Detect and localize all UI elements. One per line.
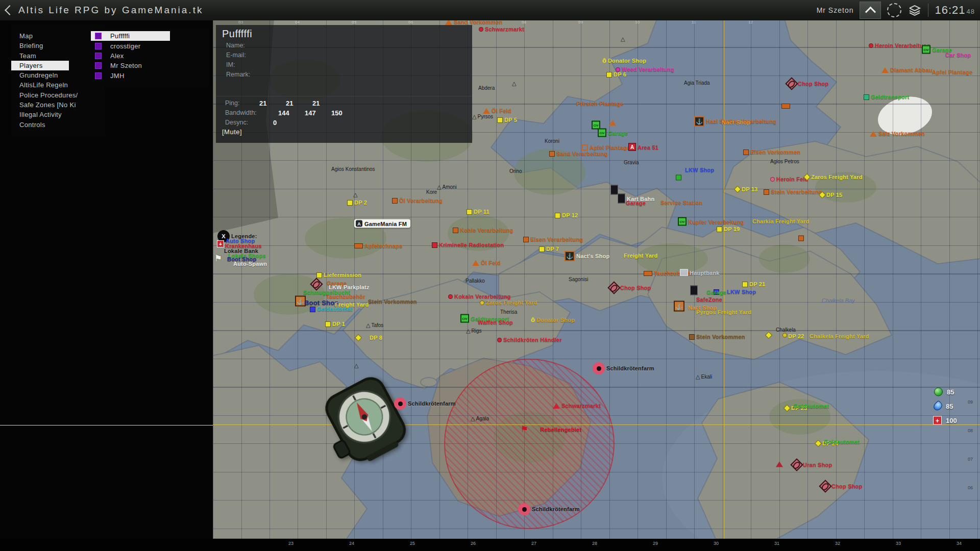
map-marker-kohle-verarbeitung: Kohle Verarbeitung xyxy=(453,227,513,233)
grid-number: 34 xyxy=(957,541,962,546)
chopshop-marker-icon xyxy=(790,458,803,471)
rebel-flag-icon: ⚑ xyxy=(521,425,528,434)
map-marker-dp-11: DP 11 xyxy=(467,209,489,215)
map-marker xyxy=(798,236,804,241)
triangle-marker-icon xyxy=(870,131,877,137)
marker-label: Liefermission xyxy=(324,272,361,278)
marker-label: Freight Yard xyxy=(624,253,657,259)
player-name: JMH xyxy=(110,72,125,80)
diamond-marker-icon xyxy=(765,332,772,339)
place-triangle-icon: △ xyxy=(472,114,476,119)
place-label-koroni: Koroni xyxy=(545,138,559,144)
civ-box-icon: CIV xyxy=(460,314,469,323)
triangle-marker-icon xyxy=(609,120,616,126)
marker-label: Kupfer Verarbeitung xyxy=(688,218,744,224)
map-marker-dp-5: DP 5 xyxy=(497,117,517,123)
marker-label: Schwarzmarkt xyxy=(561,403,601,409)
marker-label: Stein Verarbeitung xyxy=(771,189,822,195)
square-marker-icon xyxy=(432,242,437,248)
map-marker-stein-vorkommen: Stein Vorkommen xyxy=(368,298,417,305)
player-color-icon xyxy=(95,43,102,49)
map-marker-chop-shop: Chop Shop xyxy=(787,79,828,88)
sidebar-item-players[interactable]: Players xyxy=(11,61,69,70)
place-triangle-icon: △ xyxy=(512,81,516,86)
map-marker-garage: Garage xyxy=(706,289,726,295)
sidebar-item-illegal-activity[interactable]: Illegal Activity xyxy=(11,110,105,119)
status-health: +100 xyxy=(933,416,957,425)
collapse-button[interactable] xyxy=(860,2,881,19)
marker-label: Geldautomat xyxy=(317,306,352,312)
player-row-crosstiger[interactable]: crosstiger xyxy=(91,41,209,51)
dot-marker-icon xyxy=(480,300,484,305)
marker-label: Eisen Verarbeitung xyxy=(530,236,583,242)
square-marker-icon xyxy=(555,213,560,218)
stat-label-bandwidth: Bandwidth: xyxy=(225,109,257,116)
square-marker-icon xyxy=(539,246,545,252)
map-marker-hauptbank: Hauptbank xyxy=(680,269,720,276)
map-marker-pfirsich-plantage: Pfirsich Plantage xyxy=(576,101,624,107)
chopshop-marker-icon xyxy=(607,281,620,294)
player-row-pufffffi[interactable]: Pufffffi xyxy=(91,31,170,41)
dot-marker-icon xyxy=(448,294,453,299)
map-marker-apfel-plantage: Apfel Plantage xyxy=(582,144,630,151)
shop-box-icon: ⚓ xyxy=(565,251,575,261)
marker-label: Apfel Plantage xyxy=(590,144,630,151)
back-icon[interactable] xyxy=(5,5,15,15)
map-marker: + xyxy=(217,240,224,247)
grid-number: 07 xyxy=(968,457,973,462)
map-marker-dp-12: DP 12 xyxy=(555,212,578,218)
player-row-alex[interactable]: Alex xyxy=(91,51,209,61)
square-marker-icon xyxy=(453,228,458,233)
grid-number: 29 xyxy=(653,541,658,546)
player-row-mr-szeton[interactable]: Mr Szeton xyxy=(91,61,209,70)
chevron-up-icon xyxy=(865,6,876,17)
grid-number: 25 xyxy=(410,541,415,546)
marker-label: Garage xyxy=(626,200,646,206)
compass-toggle-icon[interactable] xyxy=(887,3,901,17)
layers-icon[interactable] xyxy=(908,4,922,16)
marker-label: DP 6 xyxy=(614,71,626,78)
place-label-gravia: Gravia xyxy=(624,160,639,165)
stat-value: 147 xyxy=(305,109,316,117)
marker-label: Schwarzmarkt xyxy=(485,26,524,32)
map-marker-schildkr-ten-h-ndler: Schildkröten Händler xyxy=(497,337,562,343)
map-marker xyxy=(776,462,783,467)
sidebar-item-police-procedures[interactable]: Police Procedures/ xyxy=(11,90,105,100)
marker-label: DP 7 xyxy=(546,246,559,252)
place-label-pallakko: Pallakko xyxy=(465,278,485,284)
place-triangle-icon: △ xyxy=(471,416,475,421)
grid-number: 27 xyxy=(531,541,536,546)
map-marker-salz-vorkommen: Salz Vorkommen xyxy=(870,131,925,137)
triangle-marker-icon xyxy=(483,108,490,114)
place-triangle-icon: △ xyxy=(437,184,441,190)
sidebar-item-safe-zones-no-ki[interactable]: Safe Zones [No Ki xyxy=(11,100,105,110)
marker-label: Schildkrötenfarm xyxy=(606,365,654,371)
info-field-label: E-mail: xyxy=(226,52,246,59)
marker-label: Apfel Plantage xyxy=(932,69,972,75)
map-marker-chop-shop: Chop Shop xyxy=(821,482,862,491)
grid-number: 10 xyxy=(635,20,640,24)
marker-label: Garage xyxy=(608,130,628,136)
place-triangle-icon: △ xyxy=(354,363,358,368)
marker-label: Öl Feld xyxy=(492,108,511,114)
info-field-label: Name: xyxy=(226,42,245,49)
player-row-jmh[interactable]: JMH xyxy=(91,71,209,81)
map-marker-schildkr-tenfarm: Schildkrötenfarm xyxy=(394,397,456,410)
sidebar-item-controls[interactable]: Controls xyxy=(11,120,105,130)
triangle-marker-icon xyxy=(881,67,889,73)
square-marker-icon xyxy=(392,198,398,204)
diamond-marker-icon xyxy=(355,334,362,341)
info-field-label: Remark: xyxy=(226,71,250,78)
marker-label: Chalkela Freight Yard xyxy=(810,333,869,339)
player-name: Alex xyxy=(110,52,124,60)
title-bar: Altis Life RPG by GameMania.tk Mr Szeton… xyxy=(0,0,980,20)
grid-number: 11 xyxy=(692,20,696,24)
place-label-tafos: △Tafos xyxy=(366,322,383,328)
map-marker-chop-shop: Chop Shop xyxy=(609,283,651,292)
place-label-agios-konstantinos: Agios Konstantinos xyxy=(331,166,375,172)
square-marker-icon xyxy=(523,237,529,242)
marker-label: Kokain Verarbeitung xyxy=(454,293,511,299)
player-name: Mr Szeton xyxy=(110,62,142,69)
mute-button[interactable]: [Mute] xyxy=(222,128,242,136)
shop-box-icon: ⚓ xyxy=(694,116,704,127)
